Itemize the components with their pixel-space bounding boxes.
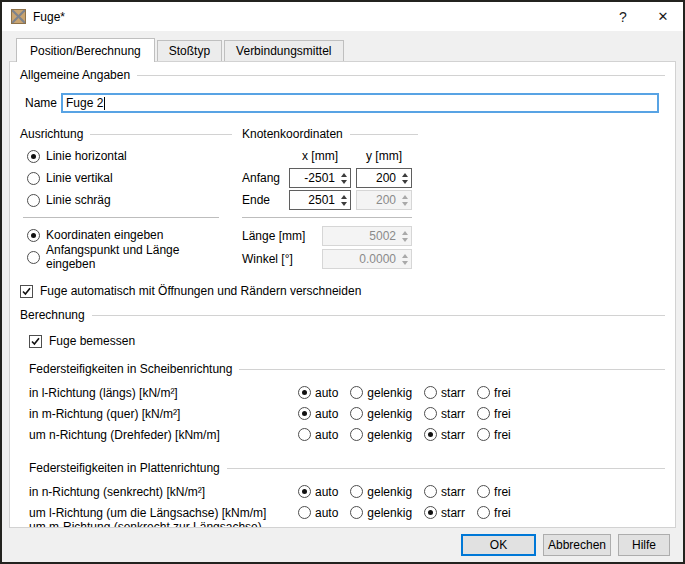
radio-option-auto[interactable]: auto xyxy=(298,485,338,499)
radio-icon xyxy=(424,386,437,399)
group-divider-line xyxy=(227,468,665,469)
group-divider-line xyxy=(137,75,665,76)
spring-radio-set: autogelenkigstarrfrei xyxy=(298,407,523,421)
radio-icon xyxy=(27,150,40,163)
checkbox-fuge-verschneiden[interactable]: Fuge automatisch mit Öffnungen und Rände… xyxy=(20,284,665,298)
radio-option-auto[interactable]: auto xyxy=(298,506,338,520)
spring-radio-set: autogelenkigstarrfrei xyxy=(298,428,523,442)
radio-label: gelenkig xyxy=(367,485,412,499)
plattenrichtung-rows: in n-Richtung (senkrecht) [kN/m²] autoge… xyxy=(29,481,665,528)
radio-option-frei[interactable]: frei xyxy=(477,506,511,520)
orientation-coordinates-section: Ausrichtung Linie horizontal Linie verti… xyxy=(20,127,665,270)
spinner-arrows[interactable] xyxy=(337,173,350,184)
checkbox-label: Fuge automatisch mit Öffnungen und Rände… xyxy=(40,284,361,298)
spinner-value: 0.0000 xyxy=(323,252,398,266)
spin-up-icon xyxy=(402,254,408,258)
radio-option-auto[interactable]: auto xyxy=(298,428,338,442)
radio-label: Koordinaten eingeben xyxy=(46,228,163,242)
spinner-arrows xyxy=(398,195,411,206)
name-label: Name xyxy=(25,96,61,110)
group-knotenkoordinaten: Knotenkoordinaten xyxy=(242,127,418,141)
radio-anfangspunkt-laenge[interactable]: Anfangspunkt und Länge eingeben xyxy=(20,246,232,268)
radio-label: frei xyxy=(494,428,511,442)
radio-icon xyxy=(298,428,311,441)
checkbox-icon xyxy=(20,285,33,298)
radio-option-gelenkig[interactable]: gelenkig xyxy=(350,506,412,520)
radio-option-frei[interactable]: frei xyxy=(477,485,511,499)
group-divider-line xyxy=(239,369,665,370)
radio-linie-schraeg[interactable]: Linie schräg xyxy=(20,189,232,211)
app-joint-icon xyxy=(11,9,26,24)
radio-linie-horizontal[interactable]: Linie horizontal xyxy=(20,145,232,167)
group-berechnung: Berechnung xyxy=(20,308,665,322)
radio-option-gelenkig[interactable]: gelenkig xyxy=(350,386,412,400)
radio-icon xyxy=(298,485,311,498)
anfang-x-spinner[interactable]: -2501 xyxy=(289,168,351,188)
spinner-arrows xyxy=(398,231,411,242)
radio-option-gelenkig[interactable]: gelenkig xyxy=(350,428,412,442)
radio-option-frei[interactable]: frei xyxy=(477,386,511,400)
spring-row-label: in n-Richtung (senkrecht) [kN/m²] xyxy=(29,485,298,499)
radio-label: gelenkig xyxy=(367,428,412,442)
radio-icon xyxy=(350,485,363,498)
tab-position-berechnung[interactable]: Position/Berechnung xyxy=(16,38,155,62)
spin-down-icon[interactable] xyxy=(402,180,408,184)
col-header-x: x [mm] xyxy=(289,145,351,167)
radio-label: gelenkig xyxy=(367,407,412,421)
spinner-value: 5002 xyxy=(323,229,398,243)
window-title: Fuge* xyxy=(33,10,603,24)
radio-option-auto[interactable]: auto xyxy=(298,386,338,400)
checkbox-fuge-bemessen[interactable]: Fuge bemessen xyxy=(29,334,665,348)
group-plattenrichtung: Federsteifigkeiten in Plattenrichtung xyxy=(29,461,665,475)
scheibenrichtung-rows: in l-Richtung (längs) [kN/m²] autogelenk… xyxy=(29,382,665,445)
radio-option-gelenkig[interactable]: gelenkig xyxy=(350,485,412,499)
radio-label: Anfangspunkt und Länge eingeben xyxy=(46,243,232,271)
spring-row-m-richtung: in m-Richtung (quer) [kN/m²] autogelenki… xyxy=(29,403,665,424)
cancel-button[interactable]: Abbrechen xyxy=(543,534,611,556)
help-button[interactable]: ? xyxy=(603,2,643,31)
help-button-footer[interactable]: Hilfe xyxy=(618,534,670,556)
radio-option-starr[interactable]: starr xyxy=(424,407,465,421)
tab-stosstyp[interactable]: Stoßtyp xyxy=(157,40,222,61)
radio-option-auto[interactable]: auto xyxy=(298,407,338,421)
radio-option-gelenkig[interactable]: gelenkig xyxy=(350,407,412,421)
group-label: Berechnung xyxy=(20,308,85,322)
tab-verbindungsmittel[interactable]: Verbindungsmittel xyxy=(224,40,343,61)
close-button[interactable]: ✕ xyxy=(643,2,683,31)
group-label: Knotenkoordinaten xyxy=(242,127,343,141)
radio-icon xyxy=(477,506,490,519)
radio-icon xyxy=(424,485,437,498)
spin-down-icon[interactable] xyxy=(341,180,347,184)
fuge-dialog: Fuge* ? ✕ Position/Berechnung Stoßtyp Ve… xyxy=(0,0,685,564)
radio-icon xyxy=(477,407,490,420)
radio-option-starr[interactable]: starr xyxy=(424,485,465,499)
radio-option-frei[interactable]: frei xyxy=(477,428,511,442)
radio-icon xyxy=(477,485,490,498)
radio-option-starr[interactable]: starr xyxy=(424,506,465,520)
radio-label: frei xyxy=(494,386,511,400)
spinner-arrows[interactable] xyxy=(398,173,411,184)
radio-icon xyxy=(350,428,363,441)
spring-radio-set: autogelenkigstarrfrei xyxy=(298,485,523,499)
radio-linie-vertikal[interactable]: Linie vertikal xyxy=(20,167,232,189)
spin-down-icon[interactable] xyxy=(341,202,347,206)
radio-label: Linie schräg xyxy=(46,193,111,207)
radio-option-starr[interactable]: starr xyxy=(424,428,465,442)
spin-up-icon[interactable] xyxy=(341,173,347,177)
knotenkoordinaten-column: Knotenkoordinaten x [mm] y [mm] Anfang -… xyxy=(242,127,418,270)
radio-label: auto xyxy=(315,386,338,400)
spinner-arrows[interactable] xyxy=(337,195,350,206)
spin-up-icon[interactable] xyxy=(402,173,408,177)
ende-x-spinner[interactable]: 2501 xyxy=(289,190,351,210)
ok-button[interactable]: OK xyxy=(461,534,536,556)
radio-option-frei[interactable]: frei xyxy=(477,407,511,421)
name-input[interactable]: Fuge 2 xyxy=(61,93,659,113)
spin-up-icon[interactable] xyxy=(341,195,347,199)
radio-option-starr[interactable]: starr xyxy=(424,386,465,400)
group-label: Federsteifigkeiten in Plattenrichtung xyxy=(29,461,220,475)
checkbox-icon xyxy=(29,335,42,348)
spinner-value: 200 xyxy=(357,171,398,185)
spring-row-l-richtung: in l-Richtung (längs) [kN/m²] autogelenk… xyxy=(29,382,665,403)
anfang-y-spinner[interactable]: 200 xyxy=(356,168,412,188)
winkel-label: Winkel [°] xyxy=(242,252,322,266)
